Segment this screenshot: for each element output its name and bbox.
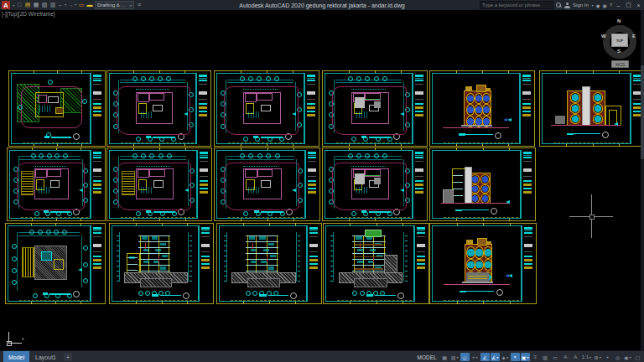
title-block-entry: [93, 157, 102, 158]
sheet-content: [112, 226, 198, 301]
border-tick: [483, 219, 484, 221]
title-block-entry: [93, 114, 102, 116]
status-toggle-isodraft[interactable]: ◈▾: [501, 353, 510, 361]
status-toggle-isolate-objects[interactable]: ◎: [613, 353, 622, 361]
minimize-button[interactable]: –: [615, 1, 622, 9]
status-toggle-object-snap-tracking[interactable]: ×: [511, 353, 520, 361]
border-tick: [375, 219, 376, 221]
status-toggle-ortho-mode[interactable]: ∠: [480, 353, 490, 361]
border-tick: [184, 144, 185, 147]
search-icon[interactable]: [556, 3, 562, 8]
grid-bubble: [132, 76, 138, 81]
sheet-side-elevation[interactable]: [429, 147, 536, 221]
undo-icon[interactable]: ←▾: [58, 1, 66, 9]
sheet-floor-plan-6[interactable]: [214, 147, 320, 221]
status-toggle-lineweight[interactable]: ≡: [531, 353, 540, 361]
restore-button[interactable]: ▢: [625, 1, 632, 9]
sheet-section-c[interactable]: [323, 223, 429, 304]
dim-line: [120, 159, 185, 160]
status-toggle-dynamic-input[interactable]: +▾: [470, 353, 480, 361]
viewcube-west[interactable]: W: [601, 34, 606, 39]
sheet-site-plan[interactable]: [8, 70, 106, 147]
qat-customize-button[interactable]: ≡: [136, 1, 143, 9]
model-space-label[interactable]: MODEL: [418, 354, 437, 360]
new-icon[interactable]: □: [16, 1, 23, 9]
grid-bubble: [166, 76, 171, 81]
app-store-icon[interactable]: ◆: [596, 3, 600, 8]
sheet-roof-plan[interactable]: [5, 223, 106, 304]
stay-connected-icon[interactable]: ◉: [602, 3, 606, 8]
viewcube-south[interactable]: S: [617, 49, 621, 54]
sign-in-button[interactable]: Sign In: [573, 3, 589, 8]
workspace-dropdown[interactable]: Drafting & Annotation ▾: [95, 1, 134, 9]
title-block-entry: [522, 78, 532, 79]
tab-layout1[interactable]: Layout1: [30, 351, 61, 362]
open-icon[interactable]: ▤: [24, 1, 31, 9]
grid-bubble: [374, 76, 379, 81]
drawing-canvas[interactable]: [-][Top][2D Wireframe] N E S W TOP WCS x: [0, 10, 644, 350]
grid-bubble: [29, 230, 34, 235]
title-block-entry: [308, 184, 317, 186]
viewcube-top-face[interactable]: TOP: [611, 34, 628, 47]
status-toggle-annotation-visibility[interactable]: A: [561, 353, 570, 361]
title-block-entry: [93, 263, 102, 265]
status-toggle-transparency[interactable]: ▨: [541, 353, 550, 361]
sheet-floor-plan-7[interactable]: [322, 147, 428, 221]
title-block-entry: [523, 157, 532, 158]
status-toggle-snap-mode[interactable]: ▥▾: [450, 353, 460, 361]
title-block-entry: [93, 103, 102, 105]
status-toggle-polar-tracking[interactable]: ∡▾: [491, 353, 500, 361]
status-toggle-autoscale[interactable]: A: [571, 353, 580, 361]
help-icon[interactable]: ?: [610, 3, 612, 8]
title-block-entry: [522, 103, 532, 105]
sheet-floor-plan-5[interactable]: [106, 147, 212, 221]
viewcube-north[interactable]: N: [617, 18, 621, 23]
sheet-section-b[interactable]: [216, 223, 322, 304]
room-label: [143, 249, 149, 252]
sheet-floor-plan-3[interactable]: [322, 70, 428, 147]
grid-bubble: [132, 153, 138, 158]
search-input[interactable]: [480, 3, 553, 8]
vertical-scrollbar[interactable]: [641, 10, 644, 350]
sheet-set-icon[interactable]: ▭: [78, 1, 85, 9]
search-box[interactable]: [480, 1, 553, 9]
title-block-entry: [199, 103, 208, 105]
status-toggle-workspace-switching[interactable]: ⚙▾: [593, 353, 602, 361]
status-toggle-selection-cycling[interactable]: ▭: [551, 353, 560, 361]
plot-icon[interactable]: ▥: [49, 1, 56, 9]
core-strip: [582, 86, 590, 126]
round-window: [480, 174, 490, 184]
sheet-floor-plan-2[interactable]: [214, 70, 319, 147]
tab-model[interactable]: Model: [3, 351, 29, 362]
status-toggle-graphics-performance[interactable]: ◉▾: [623, 353, 632, 361]
scrollbar-thumb[interactable]: [641, 65, 644, 159]
status-toggle-object-snap[interactable]: ▣▾: [521, 353, 530, 361]
grid-bubble: [356, 76, 361, 81]
viewcube[interactable]: N E S W TOP WCS: [601, 20, 638, 69]
sheet-floor-plan-1[interactable]: [106, 70, 211, 147]
status-toggle-infer-constraints[interactable]: ◇: [460, 353, 470, 361]
viewport-controls[interactable]: [-][Top][2D Wireframe]: [2, 11, 55, 17]
status-toggle-annotation-monitor[interactable]: +: [603, 353, 612, 361]
close-button[interactable]: ×: [635, 1, 642, 9]
new-layout-button[interactable]: +: [64, 353, 72, 361]
status-toggle-clean-screen[interactable]: ▢: [633, 353, 642, 361]
saveas-icon[interactable]: ▧: [41, 1, 48, 9]
viewcube-east[interactable]: E: [632, 34, 636, 39]
ucs-dropdown[interactable]: WCS: [611, 60, 629, 68]
save-icon[interactable]: ▦: [33, 1, 39, 9]
sheet-rear-elevation[interactable]: [539, 70, 644, 147]
title-block-entry: [200, 188, 209, 189]
red-mark: [145, 243, 146, 249]
status-toggle-annotation-scale[interactable]: 1:1▾: [581, 353, 592, 361]
sheet-section-a[interactable]: [109, 223, 214, 304]
sheet-side-elevation-2[interactable]: [429, 223, 537, 304]
redo-icon[interactable]: →▾: [68, 1, 76, 9]
sheet-front-elevation[interactable]: [429, 70, 535, 147]
layer-icon[interactable]: ▬: [86, 1, 93, 9]
sheet-floor-plan-4[interactable]: [7, 147, 106, 221]
application-menu-button[interactable]: A: [2, 1, 10, 9]
sheet-content: [325, 151, 412, 218]
ramp: [55, 107, 63, 115]
status-toggle-grid[interactable]: ▦: [440, 353, 449, 361]
